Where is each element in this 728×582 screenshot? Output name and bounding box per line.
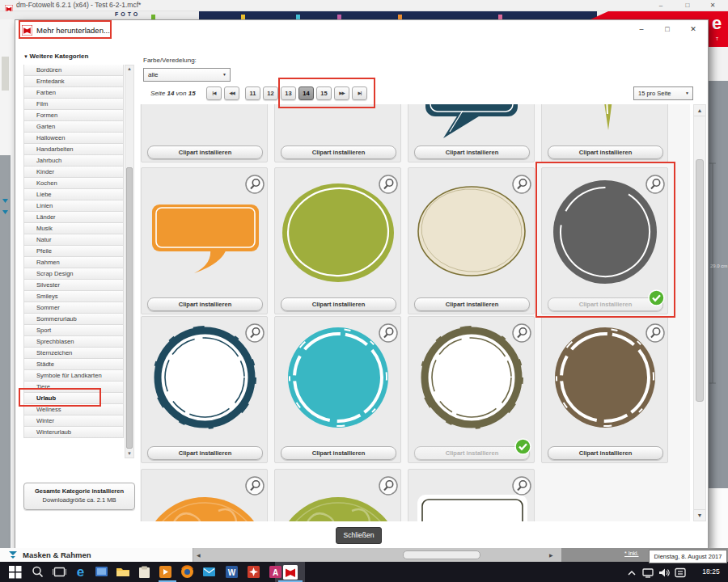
sidebar-item-liebe[interactable]: Liebe <box>23 189 124 200</box>
sidebar-item-winter[interactable]: Winter <box>23 415 124 427</box>
taskbar-start-icon[interactable] <box>6 563 23 580</box>
sidebar-item-scrap-design[interactable]: Scrap Design <box>23 268 124 280</box>
taskbar-clock[interactable]: 18:25 <box>694 562 728 582</box>
zoom-preview-icon[interactable] <box>245 175 265 194</box>
sidebar-item-farben[interactable]: Farben <box>23 87 124 99</box>
clipart-install-button[interactable]: Clipart installieren <box>414 446 530 460</box>
dialog-maximize-button[interactable]: □ <box>661 23 674 36</box>
sidebar-item-halloween[interactable]: Halloween <box>23 133 124 144</box>
sidebar-item-urlaub[interactable]: Urlaub <box>23 393 124 404</box>
sidebar-item-winterurlaub[interactable]: Winterurlaub <box>23 427 124 438</box>
sidebar-item-kochen[interactable]: Kochen <box>23 178 124 189</box>
taskbar-dm-fotowelt-icon[interactable] <box>281 563 298 580</box>
dialog-close-icon[interactable]: ✕ <box>687 23 700 36</box>
sidebar-item-wellness[interactable]: Wellness <box>23 404 124 415</box>
sidebar-item-bordüren[interactable]: Bordüren <box>23 65 124 76</box>
sidebar-item-smileys[interactable]: Smileys <box>23 291 124 302</box>
scroll-left-icon[interactable]: ◀ <box>197 552 201 558</box>
sidebar-item-natur[interactable]: Natur <box>23 234 124 246</box>
taskbar-mail-icon[interactable] <box>201 563 218 580</box>
taskbar-firefox-icon[interactable] <box>179 563 196 580</box>
page-15-button[interactable]: 15 <box>316 86 332 100</box>
scroll-right-icon[interactable]: ▶ <box>549 552 553 558</box>
sidebar-scroll-up-icon[interactable]: ▲ <box>125 66 133 71</box>
page-first-button[interactable]: |◀ <box>206 86 222 100</box>
sidebar-item-kinder[interactable]: Kinder <box>23 167 124 178</box>
page-last-button[interactable]: ▶| <box>352 86 367 100</box>
grid-scroll-thumb[interactable] <box>696 159 704 402</box>
zoom-preview-icon[interactable] <box>512 175 531 194</box>
sidebar-item-städte[interactable]: Städte <box>23 359 124 370</box>
clipart-install-button[interactable]: Clipart installieren <box>281 146 396 159</box>
sidebar-item-symbole-für-landkarten[interactable]: Symbole für Landkarten <box>23 370 124 382</box>
zoom-preview-icon[interactable] <box>379 323 398 343</box>
sidebar-item-musik[interactable]: Musik <box>23 223 124 234</box>
zoom-preview-icon[interactable] <box>245 476 265 496</box>
window-restore-button[interactable]: □ <box>680 0 695 11</box>
window-close-button[interactable]: ✕ <box>705 0 720 11</box>
taskbar-edge-icon[interactable]: e <box>72 563 89 580</box>
zoom-preview-icon[interactable] <box>379 175 398 194</box>
dialog-minimize-button[interactable]: – <box>635 23 648 36</box>
page-13-button[interactable]: 13 <box>281 86 296 100</box>
sidebar-item-erntedank[interactable]: Erntedank <box>23 76 124 87</box>
sidebar-scroll-down-icon[interactable]: ▼ <box>125 451 133 456</box>
page-next-button[interactable]: ▶▶ <box>334 86 349 100</box>
sidebar-item-sommer[interactable]: Sommer <box>23 302 124 314</box>
clipart-install-button[interactable]: Clipart installieren <box>414 146 530 159</box>
sidebar-item-sternzeichen[interactable]: Sternzeichen <box>23 348 124 359</box>
taskbar-word-icon[interactable]: W <box>223 563 240 580</box>
clipart-install-button[interactable]: Clipart installieren <box>147 146 263 159</box>
install-category-button[interactable]: Gesamte Kategorie installieren Downloadg… <box>23 483 135 510</box>
clipart-install-button[interactable]: Clipart installieren <box>281 297 396 311</box>
zoom-preview-icon[interactable] <box>645 323 665 343</box>
clipart-install-button[interactable]: Clipart installieren <box>281 446 396 460</box>
sidebar-item-handarbeiten[interactable]: Handarbeiten <box>23 144 124 155</box>
network-icon[interactable] <box>641 567 654 581</box>
zoom-preview-icon[interactable] <box>645 175 665 194</box>
clipart-install-button[interactable]: Clipart installieren <box>147 297 263 311</box>
page-14-button[interactable]: 14 <box>298 86 314 100</box>
zoom-preview-icon[interactable] <box>512 476 531 496</box>
sidebar-item-formen[interactable]: Formen <box>23 110 124 121</box>
sidebar-item-sommerurlaub[interactable]: Sommerurlaub <box>23 314 124 325</box>
dialog-close-button[interactable]: Schließen <box>336 527 382 544</box>
sidebar-item-pfeile[interactable]: Pfeile <box>23 246 124 257</box>
taskbar-media-player-icon[interactable] <box>157 563 174 580</box>
sidebar-scroll-thumb[interactable] <box>126 167 133 449</box>
sidebar-item-jahrbuch[interactable]: Jahrbuch <box>23 155 124 167</box>
sidebar-item-rahmen[interactable]: Rahmen <box>23 257 124 268</box>
action-center-icon[interactable] <box>674 567 687 581</box>
taskbar-search-icon[interactable] <box>29 563 46 580</box>
clipart-install-button[interactable]: Clipart installieren <box>147 446 263 460</box>
page-11-button[interactable]: 11 <box>245 86 260 100</box>
inkl-note[interactable]: * Inkl. <box>624 550 639 556</box>
taskbar-publisher-icon[interactable] <box>245 563 262 580</box>
sidebar-item-silvester[interactable]: Silvester <box>23 280 124 291</box>
sidebar-header[interactable]: ▼ Weitere Kategorien <box>23 53 124 60</box>
grid-scroll-up-icon[interactable]: ▲ <box>694 105 705 116</box>
filter-select[interactable]: alle▼ <box>143 68 231 82</box>
taskbar-task-view-icon[interactable] <box>51 563 68 580</box>
zoom-preview-icon[interactable] <box>245 323 265 343</box>
zoom-preview-icon[interactable] <box>379 476 398 496</box>
grid-scroll-down-icon[interactable]: ▼ <box>694 509 705 521</box>
horizontal-scrollbar[interactable]: ◀ ▶ <box>193 548 561 562</box>
sidebar-item-tiere[interactable]: Tiere <box>23 382 124 393</box>
taskbar-photos-icon[interactable] <box>93 563 110 580</box>
sidebar-item-länder[interactable]: Länder <box>23 212 124 223</box>
sidebar-item-garten[interactable]: Garten <box>23 121 124 133</box>
sidebar-item-linien[interactable]: Linien <box>23 200 124 212</box>
taskbar-file-explorer-icon[interactable] <box>114 563 131 580</box>
tray-chevron-icon[interactable] <box>626 567 637 581</box>
clipart-install-button[interactable]: Clipart installieren <box>414 297 530 311</box>
clipart-install-button[interactable]: Clipart installieren <box>548 297 663 311</box>
sidebar-item-sprechblasen[interactable]: Sprechblasen <box>23 336 124 348</box>
clipart-install-button[interactable]: Clipart installieren <box>548 446 663 460</box>
clipart-install-button[interactable]: Clipart installieren <box>548 146 663 159</box>
zoom-preview-icon[interactable] <box>512 323 531 343</box>
page-prev-button[interactable]: ◀◀ <box>224 86 239 100</box>
page-12-button[interactable]: 12 <box>263 86 278 100</box>
window-minimize-button[interactable]: – <box>654 0 668 11</box>
sidebar-item-sport[interactable]: Sport <box>23 325 124 336</box>
